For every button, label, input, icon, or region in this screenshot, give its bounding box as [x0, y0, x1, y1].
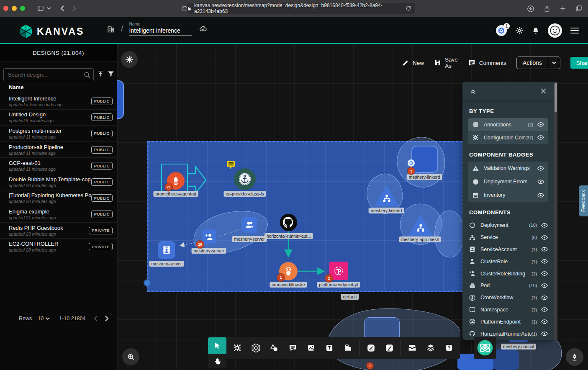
window-minimize-button[interactable] [12, 6, 17, 11]
tool-shapes-button[interactable] [265, 339, 283, 357]
design-list-item[interactable]: Intelligent Inference updated a few seco… [0, 93, 117, 109]
component-item[interactable]: PlatformEndpoint (1) [468, 316, 548, 328]
design-list-item[interactable]: [Tutorial] Exploring Kubernetes Pod upda… [0, 190, 117, 206]
node-server-badge[interactable]: 20 [196, 241, 204, 248]
next-page-button[interactable] [105, 315, 109, 322]
visibility-eye-icon[interactable] [541, 294, 548, 301]
settings-gear-icon[interactable] [515, 26, 524, 35]
node-meshery-server-1[interactable] [241, 217, 257, 233]
address-bar[interactable]: kanvas.new/extension/meshmap?mode=design… [187, 3, 415, 14]
node-meshery-server-3[interactable] [158, 241, 175, 259]
zoom-in-button[interactable] [122, 348, 139, 365]
tool-image-button[interactable] [302, 339, 320, 357]
comments-button[interactable]: Comments [468, 59, 506, 67]
close-panel-icon[interactable] [540, 87, 547, 95]
component-item[interactable]: Service (8) [468, 231, 548, 244]
visibility-eye-icon[interactable] [541, 234, 548, 241]
component-item[interactable]: ClusterRole (1) [468, 255, 548, 267]
new-tab-icon[interactable] [560, 5, 566, 13]
node-label[interactable]: horizontal-runner-aut... [264, 233, 313, 239]
component-item[interactable]: Deployment (10) [468, 219, 548, 231]
annotation-comment-icon[interactable] [225, 159, 237, 170]
node-meshery-server-2[interactable] [202, 229, 216, 244]
component-item[interactable]: CronWorkflow (1) [468, 292, 548, 304]
component-badge-item[interactable]: Validation Warnings [468, 162, 548, 175]
component-item[interactable]: Namespace (1) [468, 304, 548, 316]
pen-mode-button[interactable] [566, 348, 583, 366]
tool-help-button[interactable] [440, 339, 458, 357]
tool-comment-button[interactable] [283, 339, 302, 357]
tool-note-button[interactable] [339, 339, 357, 357]
organization-icon[interactable] [107, 24, 115, 33]
panel-scrollbar[interactable] [554, 82, 557, 340]
visibility-eye-icon[interactable] [541, 318, 548, 325]
share-button[interactable]: Share [570, 57, 588, 69]
reload-icon[interactable] [406, 5, 411, 11]
component-badge-item[interactable]: Deployment Errors [468, 175, 548, 188]
node-label[interactable]: meshery-server [232, 236, 267, 242]
visibility-eye-icon[interactable] [541, 258, 548, 265]
feedback-tab[interactable]: Feedback [579, 185, 588, 216]
design-list-item[interactable]: Postgres multi-master updated 11 minutes… [0, 125, 117, 141]
window-close-button[interactable] [3, 6, 8, 11]
visibility-eye-icon[interactable] [541, 330, 548, 337]
design-list-item[interactable]: Redis PHP Guestbook updated 23 minutes a… [0, 222, 117, 239]
share-icon[interactable] [544, 5, 550, 13]
tool-drawer-button[interactable] [403, 339, 421, 357]
node-label[interactable]: meshery-server [192, 248, 226, 254]
kanvas-logo[interactable]: KANVAS [19, 24, 84, 39]
design-search-box[interactable] [3, 68, 94, 81]
visibility-eye-icon[interactable] [541, 222, 548, 229]
node-cron-badge[interactable]: 1 [277, 274, 285, 281]
design-list-item[interactable]: GCP-east-01 updated 11 minutes ago PUBLI… [0, 157, 117, 174]
node-github-runner[interactable] [280, 214, 297, 231]
forward-button[interactable] [72, 5, 76, 12]
node-label[interactable]: meshery-linkerd [369, 208, 404, 213]
design-list-item[interactable]: Double Bubble Map Template-copy updated … [0, 174, 117, 190]
node-platform-badge[interactable]: 2 [325, 275, 333, 282]
actions-caret-icon[interactable] [548, 57, 560, 69]
visibility-eye-icon[interactable] [537, 192, 544, 199]
namespace-label[interactable]: default [341, 294, 359, 300]
node-prometheus-badge[interactable]: 21 [165, 183, 172, 191]
node-label[interactable]: platform-endpoint-yt [317, 282, 360, 288]
chevron-down-icon[interactable] [47, 7, 51, 10]
tool-edge-pen-button[interactable] [362, 339, 380, 357]
visibility-eye-icon[interactable] [541, 306, 548, 313]
node-ca-provider[interactable] [234, 168, 256, 190]
visibility-eye-icon[interactable] [537, 121, 544, 128]
save-as-button[interactable]: Save As [434, 57, 458, 69]
visibility-eye-icon[interactable] [537, 165, 544, 172]
tool-configurable-component-button[interactable] [228, 339, 246, 357]
visibility-eye-icon[interactable] [537, 134, 544, 141]
node-label[interactable]: ca-provider-class-ls [223, 191, 266, 197]
window-zoom-button[interactable] [20, 6, 25, 11]
node-linkerd-ns-badge[interactable]: 1 [408, 167, 415, 175]
tool-layers-button[interactable] [421, 339, 440, 357]
node-label[interactable]: meshery-app-mesh [399, 236, 441, 242]
visibility-eye-icon[interactable] [541, 270, 548, 277]
design-list-item[interactable]: Production-alt Pipeline updated 11 minut… [0, 141, 117, 158]
tab-overview-icon[interactable] [575, 5, 582, 13]
tool-freehand-pen-button[interactable] [380, 339, 398, 357]
design-list-item[interactable]: Untitled Design updated 9 minutes ago PU… [0, 109, 117, 126]
downloads-icon[interactable] [527, 5, 534, 13]
collapse-panel-icon[interactable] [469, 87, 477, 95]
meshery-logo-button[interactable] [474, 337, 496, 359]
new-button[interactable]: New [402, 59, 424, 67]
node-label[interactable]: meshery-server [149, 261, 184, 267]
visibility-eye-icon[interactable] [541, 246, 548, 253]
design-list-item[interactable]: EC2-CONTROLLER updated 28 minutes ago PR… [0, 238, 117, 254]
prev-page-button[interactable] [94, 315, 98, 322]
freeze-layout-button[interactable] [121, 51, 138, 68]
node-label[interactable]: meshery-consul [501, 344, 536, 349]
user-avatar[interactable] [548, 23, 562, 38]
error-badge[interactable]: 1 [367, 362, 373, 369]
component-badge-item[interactable]: Inventory [468, 188, 548, 202]
import-design-icon[interactable] [97, 70, 104, 77]
search-input[interactable] [4, 72, 83, 78]
rows-per-page-select[interactable]: 10 [38, 316, 50, 321]
design-name-input[interactable] [129, 26, 192, 36]
actions-split-button[interactable]: Actions [516, 57, 560, 69]
node-label[interactable]: cron-workflow-ke [270, 282, 307, 288]
